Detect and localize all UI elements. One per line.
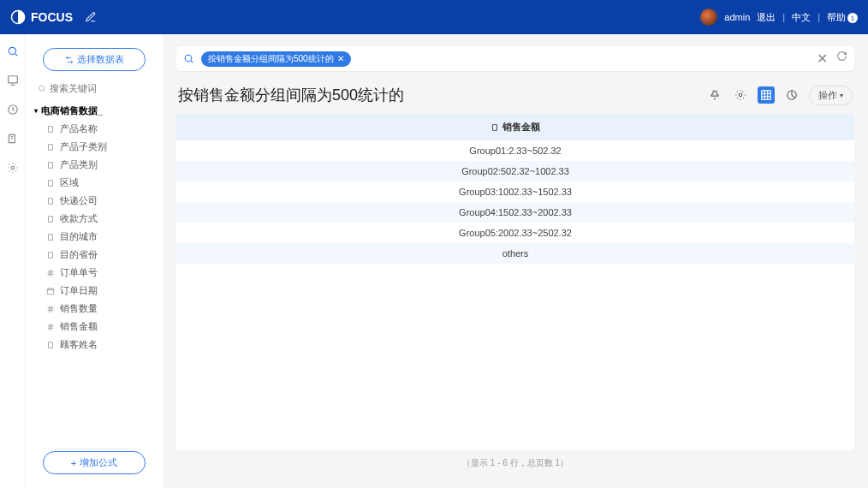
- svg-point-4: [39, 86, 45, 91]
- chevron-down-icon: ▾: [840, 92, 843, 99]
- svg-point-0: [9, 47, 15, 54]
- help-link[interactable]: 帮助1: [827, 11, 858, 24]
- sidebar-search-input[interactable]: [50, 83, 151, 93]
- svg-point-7: [739, 93, 742, 97]
- field-label: 订单单号: [60, 266, 98, 279]
- field-label: 产品子类别: [60, 140, 107, 153]
- edit-icon[interactable]: [85, 11, 97, 23]
- svg-rect-8: [762, 91, 771, 100]
- operations-button[interactable]: 操作▾: [809, 86, 853, 105]
- field-label: 销售数量: [60, 302, 98, 315]
- title-row: 按销售金额分组间隔为500统计的 操作▾: [178, 85, 853, 105]
- result-table: 销售金额 Group01:2.33~502.32Group02:502.32~1…: [176, 114, 854, 450]
- number-icon: [46, 305, 55, 313]
- dataset-node[interactable]: 电商销售数据_: [34, 102, 154, 120]
- refresh-icon[interactable]: [836, 51, 847, 67]
- divider: |: [782, 12, 785, 22]
- rail-data-icon[interactable]: [6, 132, 20, 146]
- text-icon: [46, 143, 55, 152]
- field-item[interactable]: 区域: [34, 174, 154, 192]
- field-item[interactable]: 产品子类别: [34, 138, 154, 156]
- chip-close-icon[interactable]: ✕: [337, 54, 344, 63]
- rail-search-icon[interactable]: [6, 45, 20, 58]
- header-right: admin 退出 | 中文 | 帮助1: [700, 9, 858, 26]
- field-item[interactable]: 订单日期: [34, 282, 154, 300]
- text-icon: [46, 179, 55, 187]
- text-icon: [46, 251, 55, 259]
- text-icon: [46, 215, 55, 223]
- gear-icon[interactable]: [732, 86, 749, 104]
- sidebar-search[interactable]: [38, 83, 151, 93]
- field-item[interactable]: 销售金额: [34, 318, 154, 336]
- field-item[interactable]: 销售数量: [34, 300, 154, 318]
- pin-icon[interactable]: [706, 86, 723, 104]
- avatar[interactable]: [700, 9, 717, 26]
- table-row[interactable]: Group02:502.32~1002.33: [176, 161, 854, 182]
- svg-rect-1: [8, 76, 17, 83]
- field-tree: 电商销售数据_ 产品名称产品子类别产品类别区域快递公司收款方式目的城市目的省份订…: [26, 102, 163, 443]
- field-item[interactable]: 目的城市: [34, 228, 154, 246]
- column-icon: [490, 123, 499, 132]
- svg-point-6: [185, 55, 192, 62]
- plus-icon: +: [71, 458, 76, 468]
- app-name: FOCUS: [31, 10, 73, 24]
- number-icon: [46, 269, 55, 277]
- rail-settings-icon[interactable]: [6, 161, 20, 175]
- field-label: 收款方式: [60, 212, 98, 225]
- table-row[interactable]: Group03:1002.33~1502.33: [176, 182, 854, 202]
- svg-point-3: [11, 166, 15, 170]
- query-chip[interactable]: 按销售金额分组间隔为500统计的 ✕: [201, 51, 351, 67]
- icon-rail: [0, 34, 26, 488]
- field-label: 销售金额: [60, 320, 98, 333]
- rail-history-icon[interactable]: [6, 103, 20, 116]
- field-label: 目的城市: [60, 230, 98, 243]
- lang-link[interactable]: 中文: [792, 11, 811, 24]
- field-label: 目的省份: [60, 248, 98, 261]
- table-header[interactable]: 销售金额: [176, 114, 854, 140]
- table-body: Group01:2.33~502.32Group02:502.32~1002.3…: [176, 140, 854, 450]
- rail-board-icon[interactable]: [6, 74, 20, 87]
- text-icon: [46, 197, 55, 205]
- table-row[interactable]: Group05:2002.33~2502.32: [176, 223, 854, 243]
- username[interactable]: admin: [724, 12, 750, 22]
- query-bar: 按销售金额分组间隔为500统计的 ✕ ✕: [176, 46, 854, 71]
- field-label: 订单日期: [60, 284, 98, 297]
- add-formula-button[interactable]: + 增加公式: [43, 451, 146, 474]
- calendar-icon: [46, 287, 55, 295]
- text-icon: [46, 125, 55, 134]
- divider: |: [817, 12, 820, 22]
- app-logo: FOCUS: [10, 9, 73, 25]
- search-icon: [183, 53, 194, 64]
- table-row[interactable]: others: [176, 243, 854, 264]
- search-icon: [38, 84, 46, 93]
- table-view-icon[interactable]: [758, 86, 775, 104]
- text-icon: [46, 233, 55, 241]
- help-badge-icon: 1: [847, 13, 858, 23]
- number-icon: [46, 323, 55, 331]
- chart-view-icon[interactable]: [783, 86, 800, 104]
- pager-text: （显示 1 - 6 行，总页数 1）: [176, 450, 854, 476]
- text-icon: [46, 341, 55, 349]
- select-table-button[interactable]: 选择数据表: [43, 48, 146, 71]
- page-title: 按销售金额分组间隔为500统计的: [178, 85, 404, 105]
- field-item[interactable]: 快递公司: [34, 192, 154, 210]
- field-item[interactable]: 产品名称: [34, 120, 154, 138]
- field-item[interactable]: 目的省份: [34, 246, 154, 264]
- table-row[interactable]: Group04:1502.33~2002.33: [176, 202, 854, 223]
- top-header: FOCUS admin 退出 | 中文 | 帮助1: [0, 0, 868, 34]
- field-label: 产品名称: [60, 122, 98, 135]
- field-item[interactable]: 产品类别: [34, 156, 154, 174]
- sidebar: 选择数据表 电商销售数据_ 产品名称产品子类别产品类别区域快递公司收款方式目的城…: [26, 34, 163, 488]
- text-icon: [46, 161, 55, 170]
- title-actions: 操作▾: [706, 86, 853, 105]
- main-area: 按销售金额分组间隔为500统计的 ✕ ✕ 按销售金额分组间隔为500统计的 操作…: [163, 34, 868, 488]
- field-item[interactable]: 顾客姓名: [34, 336, 154, 354]
- clear-icon[interactable]: ✕: [817, 51, 828, 67]
- field-label: 产品类别: [60, 158, 98, 171]
- field-label: 顾客姓名: [60, 338, 98, 351]
- table-row[interactable]: Group01:2.33~502.32: [176, 140, 854, 161]
- field-item[interactable]: 订单单号: [34, 264, 154, 282]
- field-item[interactable]: 收款方式: [34, 210, 154, 228]
- logout-link[interactable]: 退出: [757, 11, 776, 24]
- swap-icon: [65, 56, 74, 64]
